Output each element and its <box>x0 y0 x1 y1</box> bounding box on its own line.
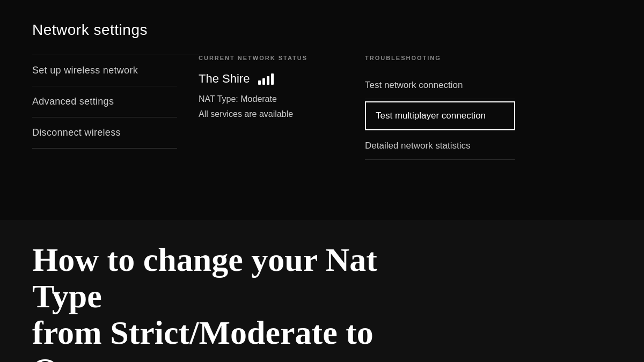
set-up-wireless-label: Set up wireless network <box>32 55 177 86</box>
bottom-section: How to change your Nat Type from Strict/… <box>0 220 644 362</box>
page-title: Network settings <box>32 21 612 39</box>
troubleshoot-test-multiplayer[interactable]: Test multiplayer connection <box>365 101 515 130</box>
menu-items-container: Set up wireless network Advanced setting… <box>32 55 199 149</box>
network-name-row: The Shire <box>199 72 365 86</box>
network-name: The Shire <box>199 72 250 86</box>
top-section: Network settings Set up wireless network… <box>0 0 644 220</box>
bottom-text: How to change your Nat Type from Strict/… <box>32 241 408 362</box>
signal-bar-4 <box>271 73 274 85</box>
current-network-status-label: CURRENT NETWORK STATUS <box>199 55 365 61</box>
signal-bar-1 <box>258 80 261 85</box>
right-column: TROUBLESHOOTING Test network connection … <box>365 55 612 160</box>
signal-bar-3 <box>267 76 269 85</box>
test-multiplayer-label: Test multiplayer connection <box>365 101 515 130</box>
content-area: Set up wireless network Advanced setting… <box>32 55 612 160</box>
disconnect-wireless-label: Disconnect wireless <box>32 117 177 148</box>
menu-item-advanced-settings[interactable]: Advanced settings <box>32 86 177 117</box>
middle-column: CURRENT NETWORK STATUS The Shire NAT Typ… <box>199 55 365 160</box>
test-network-label: Test network connection <box>365 72 515 99</box>
troubleshoot-container: Test network connection Test multiplayer… <box>365 72 515 160</box>
troubleshoot-test-network[interactable]: Test network connection <box>365 72 515 99</box>
advanced-settings-label: Advanced settings <box>32 86 177 117</box>
menu-item-set-up-wireless[interactable]: Set up wireless network <box>32 55 177 86</box>
signal-strength-icon <box>258 73 274 85</box>
bottom-line1: How to change your Nat Type <box>32 241 377 314</box>
bottom-line2: from Strict/Moderate to Open on <box>32 314 374 362</box>
detailed-stats-label: Detailed network statistics <box>365 132 515 159</box>
left-column: Set up wireless network Advanced setting… <box>32 55 199 160</box>
troubleshooting-label: TROUBLESHOOTING <box>365 55 612 61</box>
troubleshoot-detailed-stats[interactable]: Detailed network statistics <box>365 132 515 160</box>
menu-item-disconnect-wireless[interactable]: Disconnect wireless <box>32 117 177 149</box>
signal-bar-2 <box>262 78 265 85</box>
nat-type: NAT Type: Moderate <box>199 94 365 104</box>
services-status: All services are available <box>199 109 365 119</box>
